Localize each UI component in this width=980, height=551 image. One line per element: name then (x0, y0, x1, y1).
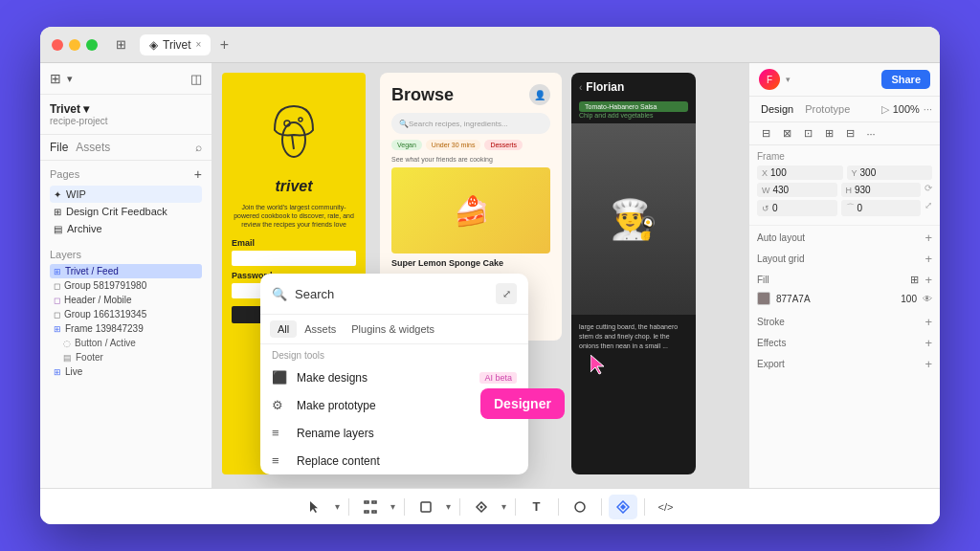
page-item-archive[interactable]: ▤ Archive (50, 220, 202, 237)
file-tab[interactable]: File (50, 141, 68, 154)
w-field[interactable]: W 430 (757, 183, 837, 197)
browse-search-bar[interactable]: 🔍 Search recipes, ingredients... (391, 113, 550, 134)
x-field[interactable]: X 100 (757, 165, 843, 180)
fill-color-swatch[interactable] (757, 292, 770, 305)
tab-prototype[interactable]: Prototype (801, 101, 854, 117)
layer-footer[interactable]: ▤ Footer (50, 350, 202, 364)
y-field[interactable]: Y 300 (847, 165, 933, 180)
page-item-wip[interactable]: ✦ WIP (50, 186, 202, 203)
align-center-icon[interactable]: ⊠ (778, 127, 795, 140)
link-wh-icon[interactable]: ⟳ (924, 183, 932, 197)
dark-back-icon[interactable]: ‹ (579, 82, 582, 93)
sidebar-search-icon[interactable]: ⌕ (195, 141, 202, 154)
code-tool-button[interactable]: </> (652, 495, 680, 519)
align-left-icon[interactable]: ⊟ (757, 127, 774, 140)
export-add-button[interactable]: + (924, 357, 932, 371)
stroke-add-button[interactable]: + (924, 315, 932, 329)
layer-header-mobile[interactable]: ◻ Header / Mobile (50, 293, 202, 307)
corner-field[interactable]: ⌒ 0 (841, 200, 922, 216)
search-input[interactable]: Search (295, 287, 488, 301)
close-button[interactable] (52, 39, 63, 51)
tab-design[interactable]: Design (757, 101, 797, 117)
tool-make-designs[interactable]: ⬛ Make designs AI beta (260, 364, 528, 391)
search-expand-button[interactable]: ⤢ (496, 283, 517, 304)
layout-grid-add[interactable]: + (924, 252, 932, 266)
fill-hex-value[interactable]: 877A7A (776, 294, 882, 304)
h-field[interactable]: H 930 (841, 183, 922, 197)
active-tab[interactable]: ◈ Trivet × (140, 34, 211, 55)
layer-group-5819[interactable]: ◻ Group 5819791980 (50, 278, 202, 293)
play-icon[interactable]: ▷ (881, 103, 889, 116)
align-top-icon[interactable]: ⊞ (820, 127, 837, 140)
email-label: Email (232, 238, 356, 248)
align-bottom-icon[interactable]: ··· (862, 128, 880, 140)
zoom-label[interactable]: 100% (893, 103, 920, 116)
dark-recipe-text: large cutting board, the habanero stem d… (571, 315, 696, 358)
page-item-design-crit[interactable]: ⊞ Design Crit Feedback (50, 203, 202, 220)
auto-layout-add[interactable]: + (924, 231, 932, 245)
more-icon[interactable]: ··· (924, 103, 932, 116)
select-dropdown-icon[interactable]: ▾ (333, 501, 342, 512)
layers-section: Layers ⊞ Trivet / Feed ◻ Group 581979198… (40, 243, 212, 488)
tool-rename-layers[interactable]: ≡ Rename layers (260, 419, 528, 447)
rotate-field[interactable]: ↺ 0 (757, 200, 837, 216)
pen-tool-button[interactable] (467, 495, 496, 519)
pages-add-button[interactable]: + (194, 166, 202, 182)
minimize-button[interactable] (69, 39, 80, 51)
align-middle-icon[interactable]: ⊟ (841, 127, 858, 140)
user-menu-chevron[interactable]: ▾ (786, 75, 791, 84)
layer-frame-139[interactable]: ⊞ Frame 139847239 (50, 321, 202, 336)
align-right-icon[interactable]: ⊡ (799, 127, 816, 140)
text-tool-icon: T (533, 499, 541, 514)
fill-visibility-icon[interactable]: 👁 (923, 294, 932, 304)
expand-corner-icon[interactable]: ⤢ (924, 200, 932, 216)
layer-group-1661[interactable]: ◻ Group 1661319345 (50, 307, 202, 321)
tag-vegan[interactable]: Vegan (391, 140, 422, 150)
layer-trivet-feed[interactable]: ⊞ Trivet / Feed (50, 264, 202, 278)
tab-close-button[interactable]: × (196, 39, 202, 50)
layer-label-live: Live (65, 366, 82, 377)
select-tool-button[interactable] (301, 495, 329, 519)
search-tab-assets[interactable]: Assets (297, 320, 344, 338)
layer-button-active[interactable]: ◌ Button / Active (50, 336, 202, 350)
component-tool-button[interactable] (609, 495, 637, 519)
auto-layout-header: Auto layout + (749, 226, 940, 247)
tool-replace-content[interactable]: ≡ Replace content (260, 447, 528, 474)
titlebar: ⊞ ◈ Trivet × + (40, 27, 940, 63)
effects-add-button[interactable]: + (924, 336, 932, 350)
sidebar-expand-icon[interactable]: ▾ (67, 73, 73, 85)
sidebar-panel-icon[interactable]: ◫ (190, 72, 202, 86)
share-button[interactable]: Share (881, 70, 930, 89)
browse-tags: Vegan Under 30 mins Desserts (391, 140, 550, 150)
tag-desserts[interactable]: Desserts (484, 140, 523, 150)
page-icon-design-crit: ⊞ (54, 207, 61, 217)
frame-dropdown-icon[interactable]: ▾ (389, 501, 397, 512)
layer-label-frame139: Frame 139847239 (65, 323, 144, 334)
search-tab-all[interactable]: All (270, 320, 297, 338)
fill-add-button[interactable]: + (924, 273, 932, 287)
rect-tool-button[interactable] (412, 495, 440, 519)
rect-dropdown-icon[interactable]: ▾ (444, 501, 453, 512)
search-tab-plugins[interactable]: Plugins & widgets (344, 320, 442, 338)
pen-dropdown-icon[interactable]: ▾ (500, 501, 508, 512)
tab-icon: ◈ (149, 38, 158, 52)
assets-tab[interactable]: Assets (76, 141, 110, 154)
canvas[interactable]: trivet Join the world's largest communit… (212, 63, 748, 488)
maximize-button[interactable] (86, 39, 98, 51)
svg-marker-4 (310, 501, 318, 513)
fill-row: 877A7A 100 👁 (749, 289, 940, 310)
text-tool-button[interactable]: T (523, 495, 551, 519)
make-designs-label: Make designs (297, 371, 470, 385)
email-field[interactable] (232, 251, 356, 266)
layer-live[interactable]: ⊞ Live (50, 364, 202, 379)
fill-opacity-value[interactable]: 100 (888, 294, 917, 304)
project-name[interactable]: Trivet ▾ (50, 102, 202, 116)
toolbar-separator-4 (515, 498, 516, 516)
designer-badge: Designer (480, 388, 565, 419)
frame-tool-button[interactable] (356, 495, 385, 519)
fill-layout-icon[interactable]: ⊞ (910, 274, 919, 286)
rect-tool-icon (419, 500, 433, 514)
new-tab-button[interactable]: + (214, 35, 234, 55)
ellipse-tool-button[interactable] (566, 495, 594, 519)
tag-30min[interactable]: Under 30 mins (426, 140, 481, 150)
